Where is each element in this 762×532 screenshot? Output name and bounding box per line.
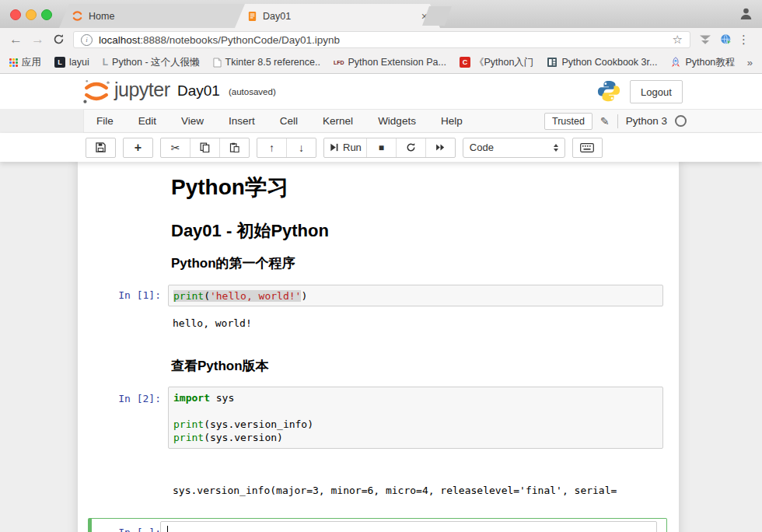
extension-v-icon[interactable] (700, 35, 711, 45)
bookmark-apps[interactable]: 应用 (9, 56, 41, 69)
code-cell-2-input[interactable]: import sys print(sys.version_info) print… (168, 387, 663, 449)
notebook-scroll-area[interactable]: Python学习 Day01 - 初始Python Python的第一个程序 I… (0, 162, 762, 532)
select-caret-icon (554, 144, 558, 152)
code-cell-3-input[interactable] (160, 521, 657, 532)
forward-icon[interactable]: → (31, 33, 44, 46)
menu-cell[interactable]: Cell (267, 115, 310, 127)
input-prompt-1: In [1]: (78, 289, 161, 301)
bookmark-label: 《Python入门 (474, 56, 533, 69)
cell-type-value: Code (470, 142, 494, 153)
browser-tab-day01-active[interactable]: Day01 × (235, 4, 440, 28)
reload-icon[interactable] (53, 33, 65, 45)
menu-help[interactable]: Help (428, 115, 475, 127)
layui-icon: L (54, 57, 65, 68)
bookmark-tkinter[interactable]: Tkinter 8.5 reference.. (213, 57, 320, 68)
code-line-blank (173, 404, 658, 418)
mac-close-button[interactable] (10, 9, 21, 20)
bookmark-python-extension[interactable]: LFD Python Extension Pa... (334, 57, 446, 68)
apps-grid-icon (9, 58, 18, 67)
copy-cell-button[interactable] (190, 138, 220, 157)
restart-kernel-button[interactable] (397, 138, 426, 157)
browser-address-bar: ← → i localhost:8888/notebooks/PythonCod… (0, 28, 762, 51)
command-palette-button[interactable] (573, 138, 602, 157)
mac-zoom-button[interactable] (41, 9, 52, 20)
browser-tab-strip: Home × Day01 × (0, 0, 762, 28)
book-layout-icon (547, 57, 558, 68)
move-cell-down-button[interactable]: ↓ (287, 138, 316, 157)
bookmark-python-tutorial[interactable]: Python教程 (670, 56, 735, 69)
bookmark-label: layui (69, 57, 89, 68)
bookmark-python-blog[interactable]: L Python - 这个人很懒 (103, 56, 200, 69)
rocket-icon (670, 57, 681, 68)
save-button[interactable] (86, 138, 115, 157)
input-prompt-3: In [ ]: (78, 527, 161, 532)
markdown-h1[interactable]: Python学习 (171, 173, 288, 202)
tab-label: Home (89, 11, 114, 22)
c-icon: C (460, 57, 470, 68)
extension-globe-icon[interactable] (720, 33, 732, 46)
code-line: print(sys.version) (173, 431, 658, 444)
jupyter-wordmark[interactable]: jupyter (114, 79, 170, 101)
code-cell-1-input[interactable]: print('hello, world!') (168, 285, 663, 306)
bookmark-cookbook[interactable]: Python Cookbook 3r... (547, 57, 657, 68)
jupyter-spinner-icon (72, 10, 83, 22)
move-cell-up-button[interactable]: ↑ (257, 138, 287, 157)
notebook-title[interactable]: Day01 (177, 82, 220, 100)
code-line: print('hello, world!') (173, 289, 658, 303)
python-logo-icon (597, 79, 620, 103)
notebook-container: Python学习 Day01 - 初始Python Python的第一个程序 I… (78, 162, 679, 532)
input-prompt-2: In [2]: (78, 393, 161, 404)
paste-cell-button[interactable] (220, 138, 249, 157)
selected-empty-cell[interactable] (88, 518, 667, 532)
restart-run-all-button[interactable] (426, 138, 455, 157)
bookmark-python-intro[interactable]: C 《Python入门 (460, 56, 533, 69)
bookmark-label: Tkinter 8.5 reference.. (225, 57, 320, 68)
menu-insert[interactable]: Insert (216, 115, 267, 127)
url-path: :8888/notebooks/PythonCode/Day01.ipynb (140, 34, 340, 46)
cut-cell-button[interactable]: ✂ (161, 138, 190, 157)
kernel-idle-indicator-icon (675, 115, 687, 127)
menu-kernel[interactable]: Kernel (310, 115, 365, 127)
menu-widgets[interactable]: Widgets (365, 115, 428, 127)
bookmark-label: Python教程 (685, 56, 735, 69)
cell-type-select[interactable]: Code (463, 138, 565, 158)
browser-tab-home[interactable]: Home × (59, 4, 260, 28)
output-line: sys.version_info(major=3, minor=6, micro… (173, 484, 617, 497)
menu-file[interactable]: File (84, 115, 126, 127)
browser-menu-icon[interactable]: ⋮ (738, 33, 750, 47)
text-cursor (167, 526, 168, 532)
code-line: print(sys.version_info) (173, 418, 658, 431)
markdown-h2[interactable]: Day01 - 初始Python (171, 219, 329, 243)
bookmark-layui[interactable]: L layui (54, 57, 89, 68)
bookmark-label: Python Extension Pa... (348, 57, 446, 68)
mac-minimize-button[interactable] (26, 9, 37, 20)
bookmarks-bar: 应用 L layui L Python - 这个人很懒 Tkinter 8.5 … (0, 51, 762, 74)
logout-button[interactable]: Logout (630, 80, 683, 103)
bookmark-label: Python - 这个人很懒 (112, 56, 200, 69)
bookmarks-overflow-icon[interactable]: » (747, 57, 753, 68)
code-cell-1-output: hello, world! (173, 317, 252, 330)
menu-edit[interactable]: Edit (126, 115, 169, 127)
lfd-icon: LFD (334, 60, 344, 65)
divider (617, 114, 618, 128)
page-info-icon[interactable]: i (81, 34, 93, 46)
menu-view[interactable]: View (169, 115, 216, 127)
back-icon[interactable]: ← (9, 33, 23, 46)
url-omnibox[interactable]: i localhost:8888/notebooks/PythonCode/Da… (73, 31, 690, 48)
autosave-status: (autosaved) (229, 87, 276, 96)
markdown-h3-version[interactable]: 查看Python版本 (171, 357, 269, 375)
notebook-book-icon (247, 11, 257, 22)
notebook-menubar: File Edit View Insert Cell Kernel Widget… (83, 109, 762, 133)
add-cell-button[interactable]: + (124, 138, 152, 157)
profile-avatar-icon[interactable] (739, 7, 753, 20)
bookmark-star-icon[interactable]: ☆ (673, 33, 683, 47)
url-text: localhost:8888/notebooks/PythonCode/Day0… (99, 34, 340, 46)
run-cell-button[interactable]: Run (324, 138, 367, 157)
url-host: localhost (99, 34, 140, 46)
trusted-button[interactable]: Trusted (544, 113, 592, 130)
interrupt-kernel-button[interactable]: ■ (367, 138, 397, 157)
notebook-status-cluster: Trusted ✎ Python 3 (544, 110, 687, 132)
jupyter-logo-icon[interactable] (81, 77, 112, 106)
markdown-h3-first-program[interactable]: Python的第一个程序 (171, 254, 295, 272)
notebook-toolbar: + ✂ ↑ ↓ Run ■ Code (0, 133, 762, 162)
